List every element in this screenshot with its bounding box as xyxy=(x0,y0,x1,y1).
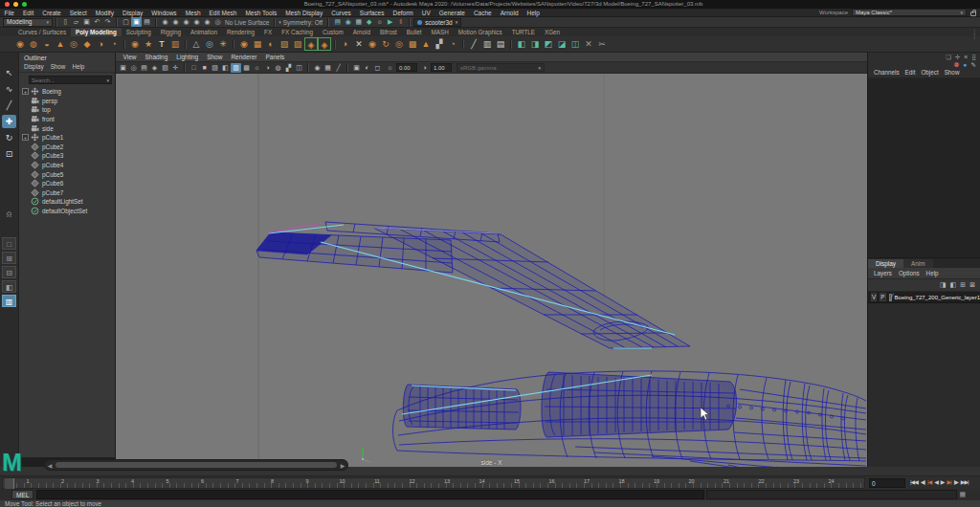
flip-icon[interactable]: ◨ xyxy=(528,37,542,51)
spin-edge-icon[interactable]: ↻ xyxy=(379,37,392,51)
retopo-icon[interactable]: ◪ xyxy=(555,37,568,51)
viewport-menu-show[interactable]: Show xyxy=(203,53,227,61)
use-default-material-icon[interactable]: ◧ xyxy=(220,63,231,73)
uv-editor-icon[interactable]: ▥ xyxy=(480,37,494,51)
time-slider[interactable]: 123456789101112131415161718192021222324 … xyxy=(0,475,980,489)
shelf-tab-bullet[interactable]: Bullet xyxy=(402,28,427,36)
poly-sphere-icon[interactable]: ◉ xyxy=(13,37,27,51)
menu-deform[interactable]: Deform xyxy=(389,9,417,17)
viewport-menu-shading[interactable]: Shading xyxy=(141,53,172,61)
poly-gear-icon[interactable]: ◔ xyxy=(107,37,121,51)
isolate-select-icon[interactable]: ◉ xyxy=(312,63,323,73)
scale-tool[interactable]: ⊡ xyxy=(2,147,16,161)
menu-edit[interactable]: Edit xyxy=(18,9,37,17)
layout-persp-outliner[interactable]: ◧ xyxy=(2,280,16,293)
select-camera-icon[interactable]: ▣ xyxy=(118,63,128,73)
minimize-window-button[interactable] xyxy=(13,2,18,7)
poly-cube-icon[interactable]: ◍ xyxy=(27,37,40,51)
layer-tab-anim[interactable]: Anim xyxy=(903,259,933,268)
play-forwards-button[interactable]: ▶ xyxy=(940,477,946,488)
xray-icon[interactable]: ▩ xyxy=(241,63,252,73)
sculpt-tool-icon[interactable]: ╱ xyxy=(467,37,480,51)
combine-icon[interactable]: ▦ xyxy=(251,37,264,51)
light-editor-icon[interactable]: ☼ xyxy=(374,17,385,27)
layer-move-down-icon[interactable]: ◧ xyxy=(950,281,957,289)
menu-cache[interactable]: Cache xyxy=(469,9,496,17)
snap-point-icon[interactable]: ◉ xyxy=(181,17,191,27)
scrollbar-thumb[interactable] xyxy=(56,462,337,468)
layer-row[interactable]: VPBoeing_727_200_Generic_layer1 xyxy=(868,292,980,303)
textured-icon[interactable]: ▨ xyxy=(210,63,220,73)
outliner-item-pCube1[interactable]: +pCube1 xyxy=(19,133,115,143)
shelf-tab-xgen[interactable]: XGen xyxy=(540,28,565,36)
search-input[interactable] xyxy=(30,77,106,83)
playblast-icon[interactable]: ▶ xyxy=(385,17,395,27)
extract-icon[interactable]: ▨ xyxy=(291,37,304,51)
menu-help[interactable]: Help xyxy=(523,9,544,17)
snap-viewplane-icon[interactable]: ◉ xyxy=(202,17,212,27)
shelf-tab-mash[interactable]: MASH xyxy=(427,28,454,36)
play-backwards-button[interactable]: ◀ xyxy=(933,477,939,488)
camera-attributes-icon[interactable]: ▤ xyxy=(139,63,149,73)
shelf-tab-bifrost[interactable]: Bifrost xyxy=(375,28,402,36)
command-input[interactable] xyxy=(36,490,704,499)
menu-mesh-display[interactable]: Mesh Display xyxy=(281,9,327,17)
step-forward-frame-button[interactable]: |▶ xyxy=(953,477,959,488)
lasso-tool[interactable]: ∿ xyxy=(2,82,16,96)
target-weld-icon[interactable]: ◉ xyxy=(366,37,379,51)
wire-on-shaded-icon[interactable]: ▥ xyxy=(231,63,241,73)
shelf-tab-sculpting[interactable]: Sculpting xyxy=(122,28,156,36)
reduce-icon[interactable]: ◩ xyxy=(542,37,555,51)
outliner-item-pCube7[interactable]: pCube7 xyxy=(19,188,115,198)
channel-box-area[interactable] xyxy=(868,78,980,258)
snap-grid-icon[interactable]: ◉ xyxy=(160,17,170,27)
select-hierarchy-icon[interactable]: ▢ xyxy=(121,17,131,27)
script-editor-icon[interactable]: ▦ xyxy=(959,491,966,498)
shelf-tab-fx[interactable]: FX xyxy=(259,28,277,36)
booleans-icon[interactable]: ◐ xyxy=(264,37,278,51)
outliner-item-side[interactable]: side xyxy=(19,123,115,133)
poly-plane-icon[interactable]: ◆ xyxy=(80,37,94,51)
poly-cylinder-icon[interactable]: ◒ xyxy=(40,37,54,51)
crease-tool-icon[interactable]: ▤ xyxy=(494,37,507,51)
shelf-tab-animation[interactable]: Animation xyxy=(186,28,222,36)
viewport-menu-lighting[interactable]: Lighting xyxy=(172,53,203,61)
layout-single-pane[interactable]: □ xyxy=(2,237,16,250)
outliner-menu-display[interactable]: Display xyxy=(24,63,44,70)
quad-draw-icon[interactable]: ◗ xyxy=(339,37,352,51)
character-icon[interactable]: ⍾ xyxy=(2,208,16,221)
outliner-item-defaultLightSet[interactable]: defaultLightSet xyxy=(19,197,115,207)
outliner-item-pCube3[interactable]: pCube3 xyxy=(19,151,115,161)
shelf-tab-arnold[interactable]: Arnold xyxy=(348,28,375,36)
save-scene-icon[interactable]: ▣ xyxy=(81,17,92,27)
super-shape-icon[interactable]: ★ xyxy=(142,37,155,51)
outliner-item-pCube5[interactable]: pCube5 xyxy=(19,169,115,179)
view-transform-select[interactable]: sRGB gamma▾ xyxy=(457,63,545,72)
platonic-icon[interactable]: ◉ xyxy=(128,37,142,51)
shelf-tab-custom[interactable]: Custom xyxy=(318,28,348,36)
separate-icon[interactable]: ▧ xyxy=(278,37,291,51)
new-empty-layer-icon[interactable]: ⊞ xyxy=(960,281,966,289)
symmetry-label[interactable]: Symmetry: Off xyxy=(281,19,324,26)
transfer-attrs-icon[interactable]: ✕ xyxy=(582,37,595,51)
average-vertices-icon[interactable]: ◔ xyxy=(446,37,459,51)
menu-surfaces[interactable]: Surfaces xyxy=(355,9,389,17)
hypershade-icon[interactable]: ◆ xyxy=(364,17,374,27)
poly-disc-icon[interactable]: ◑ xyxy=(94,37,107,51)
aa-icon[interactable]: ◫ xyxy=(294,63,304,73)
motion-blur-icon[interactable]: ▞ xyxy=(283,63,294,73)
lock-workspace-icon[interactable] xyxy=(970,11,976,16)
layer-menu-layers[interactable]: Layers xyxy=(874,270,892,276)
cut-icon[interactable]: ✂ xyxy=(595,37,609,51)
redo-icon[interactable]: ↷ xyxy=(102,17,113,27)
character-set-icon[interactable]: ⚉ xyxy=(954,61,960,68)
sidebar-box-icon[interactable]: ❏ xyxy=(946,54,951,60)
wireframe-icon[interactable]: □ xyxy=(189,63,199,73)
shelf-tab-curves-surfaces[interactable]: Curves / Surfaces xyxy=(13,28,71,36)
remesh-icon[interactable]: ◫ xyxy=(568,37,582,51)
viewport-extras-icon[interactable]: ▣ xyxy=(351,63,362,73)
move-tool[interactable]: ✚ xyxy=(2,115,16,128)
lighting-all-icon[interactable]: ☼ xyxy=(252,63,262,73)
layer-playback-toggle[interactable]: P xyxy=(880,293,885,301)
insert-edge-loop-icon[interactable]: ◎ xyxy=(392,37,406,51)
